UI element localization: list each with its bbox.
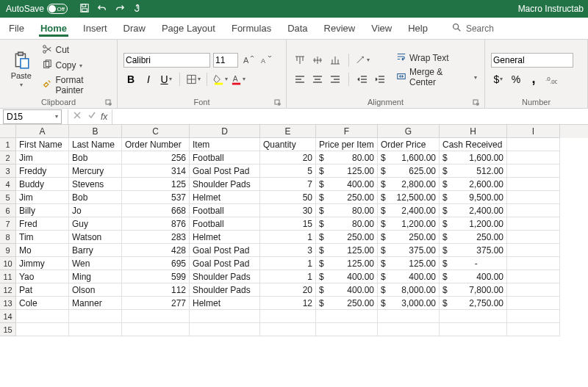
table-row: 9MoBarry428Goal Post Pad3$125.00$375.00$…: [0, 244, 588, 257]
search-label: Search: [466, 23, 494, 34]
orientation-icon[interactable]: ▾: [355, 53, 370, 68]
increase-decimal-icon[interactable]: .0.00: [544, 72, 559, 87]
cut-button[interactable]: Cut: [40, 43, 111, 57]
svg-point-3: [453, 24, 459, 29]
tab-draw[interactable]: Draw: [122, 20, 147, 37]
table-row: 6BillyJo668Football30$80.00$2,400.00$2,4…: [0, 204, 588, 217]
italic-button[interactable]: I: [141, 72, 156, 87]
touch-mode-icon[interactable]: [132, 3, 143, 15]
redo-icon[interactable]: [115, 3, 125, 15]
tab-data[interactable]: Data: [286, 20, 309, 37]
dialog-launcher-icon[interactable]: [473, 99, 480, 106]
row-header[interactable]: 15: [0, 323, 16, 336]
tab-view[interactable]: View: [370, 20, 393, 37]
increase-font-icon[interactable]: A: [241, 53, 256, 68]
tab-home[interactable]: Home: [39, 20, 68, 37]
autosave-toggle[interactable]: AutoSave Off: [0, 4, 74, 14]
row-header[interactable]: 1: [0, 138, 16, 151]
increase-indent-icon[interactable]: [373, 72, 387, 87]
table-row: 7FredGuy876Football15$80.00$1,200.00$1,2…: [0, 217, 588, 231]
tab-file[interactable]: File: [7, 20, 26, 37]
row-header[interactable]: 13: [0, 297, 16, 310]
row-header[interactable]: 7: [0, 217, 16, 231]
tab-help[interactable]: Help: [406, 20, 429, 37]
column-header[interactable]: A: [16, 125, 69, 138]
svg-point-7: [43, 50, 46, 53]
align-top-icon[interactable]: [293, 53, 307, 68]
tab-insert[interactable]: Insert: [82, 20, 109, 37]
svg-rect-2: [82, 8, 87, 11]
table-row: 10JimmyWen695Goal Post Pad1$125.00$125.0…: [0, 257, 588, 270]
format-painter-button[interactable]: Format Painter: [40, 74, 111, 96]
dialog-launcher-icon[interactable]: [274, 99, 282, 106]
column-header[interactable]: G: [378, 125, 440, 138]
dialog-launcher-icon[interactable]: [105, 99, 112, 106]
row-header[interactable]: 9: [0, 244, 16, 257]
table-row: 11YaoMing599Shoulder Pads1$400.00$400.00…: [0, 270, 588, 283]
name-box[interactable]: D15 ▾: [3, 109, 62, 124]
font-size-combo[interactable]: [213, 53, 238, 68]
column-header[interactable]: E: [260, 125, 316, 138]
toggle-switch[interactable]: Off: [47, 4, 68, 14]
borders-button[interactable]: ▾: [186, 72, 201, 87]
align-right-icon[interactable]: [328, 72, 343, 87]
copy-button[interactable]: Copy▾: [40, 59, 111, 73]
quick-access-toolbar: [74, 3, 143, 15]
select-all-corner[interactable]: [0, 125, 16, 138]
row-header[interactable]: 14: [0, 310, 16, 323]
align-middle-icon[interactable]: [310, 53, 325, 68]
bold-button[interactable]: B: [123, 72, 138, 87]
scissors-icon: [42, 44, 52, 57]
row-header[interactable]: 11: [0, 270, 16, 283]
paintbrush-icon: [42, 79, 52, 91]
tell-me-search[interactable]: Search: [451, 22, 494, 35]
row-header[interactable]: 8: [0, 231, 16, 244]
wrap-text-button[interactable]: Wrap Text: [395, 51, 478, 65]
tab-formulas[interactable]: Formulas: [230, 20, 273, 37]
percent-format-icon[interactable]: %: [509, 72, 523, 87]
align-left-icon[interactable]: [293, 72, 307, 87]
ribbon: Paste ▾ Cut Copy▾ Format Painter Clipboa…: [0, 40, 588, 109]
column-header[interactable]: F: [316, 125, 378, 138]
number-format-combo[interactable]: [491, 53, 573, 68]
fill-color-button[interactable]: ▾: [213, 72, 228, 87]
row-header[interactable]: 12: [0, 283, 16, 297]
chevron-down-icon: ▾: [20, 82, 23, 88]
spreadsheet-grid[interactable]: ABCDEFGHI 1First NameLast NameOrder Numb…: [0, 125, 588, 336]
row-header[interactable]: 5: [0, 191, 16, 204]
merge-center-button[interactable]: Merge & Center▾: [395, 66, 478, 88]
column-header[interactable]: I: [507, 125, 560, 138]
decrease-font-icon[interactable]: A: [259, 53, 273, 68]
copy-icon: [42, 59, 52, 72]
font-color-button[interactable]: A▾: [231, 72, 245, 87]
align-bottom-icon[interactable]: [328, 53, 343, 68]
column-header[interactable]: C: [122, 125, 190, 138]
titlebar: AutoSave Off Macro Instructab: [0, 0, 588, 18]
cancel-icon[interactable]: [73, 111, 82, 122]
row-header[interactable]: 2: [0, 151, 16, 164]
paste-button[interactable]: Paste ▾: [6, 43, 36, 96]
tab-review[interactable]: Review: [323, 20, 357, 37]
column-header[interactable]: H: [440, 125, 507, 138]
underline-button[interactable]: U▾: [159, 72, 173, 87]
tab-page-layout[interactable]: Page Layout: [160, 20, 217, 37]
font-name-combo[interactable]: [123, 53, 210, 68]
enter-icon[interactable]: [87, 111, 96, 122]
column-header[interactable]: B: [69, 125, 122, 138]
decrease-indent-icon[interactable]: [355, 72, 370, 87]
group-font: A A B I U▾ ▾ ▾ A▾ Font: [118, 40, 287, 108]
row-header[interactable]: 10: [0, 257, 16, 270]
row-header[interactable]: 3: [0, 164, 16, 178]
save-icon[interactable]: [79, 3, 90, 15]
undo-icon[interactable]: [97, 3, 107, 15]
column-header[interactable]: D: [190, 125, 260, 138]
row-header[interactable]: 4: [0, 178, 16, 191]
comma-format-icon[interactable]: ,: [526, 72, 541, 87]
chevron-down-icon: ▾: [55, 113, 58, 120]
row-header[interactable]: 6: [0, 204, 16, 217]
accounting-format-icon[interactable]: $▾: [491, 72, 506, 87]
fx-label[interactable]: fx: [101, 112, 112, 122]
formula-input[interactable]: [112, 109, 588, 124]
search-icon: [451, 22, 462, 35]
align-center-icon[interactable]: [310, 72, 325, 87]
